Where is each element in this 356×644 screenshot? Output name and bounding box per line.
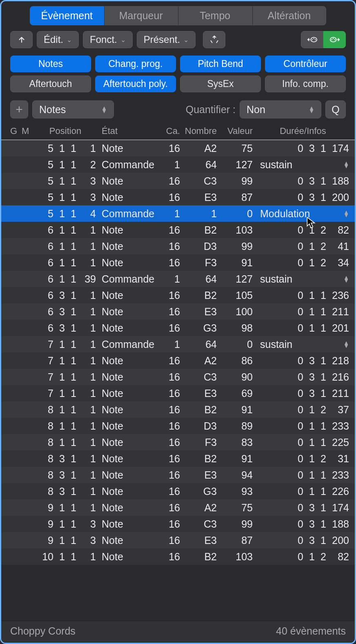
filter-aftertouch-poly-[interactable]: Aftertouch poly. (95, 76, 176, 92)
table-row[interactable]: 6311Note16G398011201 (1, 320, 355, 336)
cell-position[interactable]: 6111 (35, 241, 96, 252)
cell-duration[interactable]: 01237 (253, 404, 349, 416)
quantize-select[interactable]: Non ▲▼ (240, 100, 321, 118)
cell-number[interactable]: 64 (180, 339, 217, 350)
tab-altération[interactable]: Altération (252, 6, 327, 25)
table-row[interactable]: 7111Note16C390031216 (1, 369, 355, 385)
cell-duration[interactable]: 031200 (253, 535, 349, 546)
col-status[interactable]: État (96, 126, 157, 136)
cell-channel[interactable]: 1 (157, 339, 180, 350)
cell-position[interactable]: 6311 (35, 322, 96, 334)
cell-number[interactable]: G3 (180, 486, 217, 497)
table-row[interactable]: 9113Note16C399031188 (1, 516, 355, 532)
cell-value[interactable]: 99 (217, 175, 253, 187)
cell-number[interactable]: B2 (180, 551, 217, 563)
cell-position[interactable]: 8111 (35, 437, 96, 448)
cell-duration[interactable]: 01241 (253, 241, 349, 252)
cell-number[interactable]: C3 (180, 175, 217, 187)
cell-channel[interactable]: 16 (157, 322, 180, 334)
cell-duration[interactable]: 031218 (253, 355, 349, 367)
cell-position[interactable]: 61139 (35, 273, 96, 285)
cell-duration[interactable]: 031188 (253, 518, 349, 530)
col-value[interactable]: Valeur (217, 126, 253, 136)
table-row[interactable]: 6311Note16B2105011236 (1, 287, 355, 303)
table-row[interactable]: 5111Note16A275031174 (1, 140, 355, 156)
cell-status[interactable]: Note (96, 388, 157, 399)
cell-number[interactable]: B2 (180, 224, 217, 236)
cell-status[interactable]: Note (96, 371, 157, 383)
cell-status[interactable]: Note (96, 502, 157, 514)
cell-duration[interactable]: 01231 (253, 453, 349, 465)
cell-position[interactable]: 6111 (35, 224, 96, 236)
cell-number[interactable]: G3 (180, 322, 217, 334)
cell-channel[interactable]: 16 (157, 290, 180, 301)
cell-info[interactable]: sustain▲▼ (253, 339, 349, 350)
cell-status[interactable]: Note (96, 192, 157, 203)
tab-évènement[interactable]: Évènement (30, 6, 104, 25)
cell-duration[interactable]: 031200 (253, 192, 349, 203)
table-row[interactable]: 6111Note16F39101234 (1, 254, 355, 271)
table-row[interactable]: 10111Note16B210301282 (1, 548, 355, 565)
functions-menu[interactable]: Fonct. ⌄ (83, 31, 133, 48)
cell-status[interactable]: Note (96, 224, 157, 236)
cell-position[interactable]: 6311 (35, 306, 96, 318)
table-row[interactable]: 9111Note16A275031174 (1, 499, 355, 516)
cell-status[interactable]: Note (96, 175, 157, 187)
cell-value[interactable]: 91 (217, 257, 253, 269)
cell-position[interactable]: 9113 (35, 535, 96, 546)
cell-status[interactable]: Note (96, 257, 157, 269)
cell-value[interactable]: 75 (217, 502, 253, 514)
col-position[interactable]: Position (35, 126, 96, 136)
cell-value[interactable]: 91 (217, 404, 253, 416)
quantize-button[interactable]: Q (325, 100, 346, 118)
cell-duration[interactable]: 011211 (253, 306, 349, 318)
cell-status[interactable]: Note (96, 518, 157, 530)
table-row[interactable]: 61139Commande164127sustain▲▼ (1, 271, 355, 287)
cell-status[interactable]: Note (96, 355, 157, 367)
cell-number[interactable]: C3 (180, 371, 217, 383)
cell-info[interactable]: sustain▲▼ (253, 159, 349, 171)
table-row[interactable]: 8111Note16D389011233 (1, 418, 355, 434)
cell-position[interactable]: 5113 (35, 175, 96, 187)
cell-position[interactable]: 5112 (35, 159, 96, 171)
cell-position[interactable]: 6311 (35, 290, 96, 301)
table-row[interactable]: 7111Commande1640sustain▲▼ (1, 336, 355, 352)
table-row[interactable]: 6111Note16B210301282 (1, 222, 355, 238)
cell-status[interactable]: Commande (96, 339, 157, 350)
table-row[interactable]: 9113Note16E387031200 (1, 532, 355, 548)
event-type-select[interactable]: Notes ▲▼ (32, 100, 114, 118)
cell-number[interactable]: E3 (180, 306, 217, 318)
cell-value[interactable]: 103 (217, 224, 253, 236)
cell-position[interactable]: 5114 (35, 208, 96, 220)
cell-status[interactable]: Commande (96, 208, 157, 220)
cell-value[interactable]: 127 (217, 159, 253, 171)
cell-status[interactable]: Note (96, 535, 157, 546)
cell-status[interactable]: Commande (96, 159, 157, 171)
cell-value[interactable]: 87 (217, 192, 253, 203)
cell-number[interactable]: B2 (180, 404, 217, 416)
cell-channel[interactable]: 16 (157, 437, 180, 448)
cell-number[interactable]: A2 (180, 355, 217, 367)
table-row[interactable]: 5112Commande164127sustain▲▼ (1, 156, 355, 173)
col-number[interactable]: Nombre (180, 126, 217, 136)
cell-duration[interactable]: 01282 (253, 551, 349, 563)
filter-sysex[interactable]: SysEx (180, 76, 261, 92)
cell-value[interactable]: 105 (217, 290, 253, 301)
cell-position[interactable]: 8111 (35, 420, 96, 432)
cell-value[interactable]: 86 (217, 355, 253, 367)
cell-channel[interactable]: 16 (157, 502, 180, 514)
cell-channel[interactable]: 1 (157, 208, 180, 220)
cell-number[interactable]: 1 (180, 208, 217, 220)
cell-number[interactable]: 64 (180, 273, 217, 285)
cell-value[interactable]: 87 (217, 535, 253, 546)
cell-channel[interactable]: 16 (157, 143, 180, 154)
cell-value[interactable]: 98 (217, 322, 253, 334)
cell-value[interactable]: 99 (217, 241, 253, 252)
table-row[interactable]: 8311Note16E394011233 (1, 467, 355, 483)
cell-channel[interactable]: 16 (157, 535, 180, 546)
table-row[interactable]: 5113Note16E387031200 (1, 189, 355, 205)
cell-duration[interactable]: 01282 (253, 224, 349, 236)
col-g[interactable]: G (10, 126, 22, 136)
cell-value[interactable]: 69 (217, 388, 253, 399)
cell-position[interactable]: 8311 (35, 453, 96, 465)
